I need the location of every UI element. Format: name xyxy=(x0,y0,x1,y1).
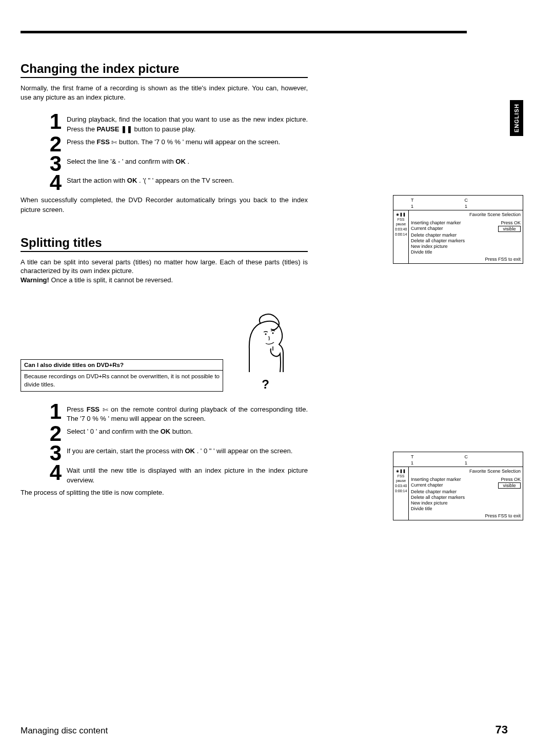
osd-line: Delete chapter marker xyxy=(411,232,521,238)
qbox-title: Can I also divide titles on DVD+Rs? xyxy=(21,360,223,371)
s2-step4-text: Wait until the new title is displayed wi… xyxy=(67,463,308,486)
step-number: 4 xyxy=(21,463,67,482)
osd-line: Divide title xyxy=(411,249,521,255)
qbox-wrap: Can I also divide titles on DVD+Rs? Beca… xyxy=(21,300,308,392)
step1-text: During playback, find the location that … xyxy=(67,112,308,134)
step-number: 2 xyxy=(21,134,67,154)
osd-1b: 1 xyxy=(465,204,467,209)
osd-headline: Favorite Scene Selection xyxy=(411,469,521,474)
txt: . ' 0 " ' will appear on the screen. xyxy=(197,447,293,455)
osd-body: ◉ ❚❚ FSS pause 0:03:40 0:00:14 Favorite … xyxy=(393,467,523,520)
osd-sub: 1 1 xyxy=(393,204,523,210)
txt: Once a title is split, it cannot be reve… xyxy=(51,276,173,284)
txt: Press the xyxy=(67,138,97,146)
step-row: 1 Press FSS ✄ on the remote control duri… xyxy=(21,402,308,424)
osd-line: Divide title xyxy=(411,506,521,511)
txt: Select ' 0 ' and confirm with the xyxy=(67,428,161,435)
osd-c: C xyxy=(465,198,468,203)
top-rule xyxy=(21,31,467,33)
step-row: 4 Wait until the new title is displayed … xyxy=(21,463,308,486)
ok-label: OK xyxy=(185,447,195,455)
section2-steps: 1 Press FSS ✄ on the remote control duri… xyxy=(21,402,308,486)
step2-text: Press the FSS ✄ button. The '7 0 % % ' m… xyxy=(67,134,308,147)
osd-sub: 1 1 xyxy=(393,460,523,467)
section1-steps: 1 During playback, find the location tha… xyxy=(21,112,308,192)
pause-label: PAUSE ❚❚ xyxy=(97,125,132,133)
fss-label: FSS xyxy=(87,405,100,413)
osd-ic2: 0:03:40 xyxy=(395,483,407,488)
s2-step1-text: Press FSS ✄ on the remote control during… xyxy=(67,402,308,424)
section-splitting-titles: Splitting titles A title can be split in… xyxy=(21,236,308,498)
txt: button. xyxy=(172,428,193,435)
step-row: 1 During playback, find the location tha… xyxy=(21,112,308,134)
section1-intro: Normally, the first frame of a recording… xyxy=(21,84,308,102)
section-changing-index: Changing the index picture Normally, the… xyxy=(21,62,308,215)
osd-line: Current chaptervisible xyxy=(411,226,521,232)
txt: button. The '7 0 % % ' menu will appear … xyxy=(119,138,280,146)
s2-step2-text: Select ' 0 ' and confirm with the OK but… xyxy=(67,424,308,437)
scissor-icon: ✄ xyxy=(111,138,117,148)
osd-headline: Favorite Scene Selection xyxy=(411,212,521,217)
osd-1a: 1 xyxy=(411,460,413,466)
step-number: 4 xyxy=(21,173,67,192)
osd-top: T C xyxy=(393,452,523,460)
osd-ic3: 0:00:14 xyxy=(395,232,407,237)
osd-rightcol: Favorite Scene Selection Inserting chapt… xyxy=(409,467,523,520)
osd-ic1: FSS pause xyxy=(395,474,407,483)
osd-line: Delete all chapter markers xyxy=(411,238,521,243)
step-row: 2 Select ' 0 ' and confirm with the OK b… xyxy=(21,424,308,443)
osd-top: T C xyxy=(393,196,523,204)
qmark-col: ? xyxy=(223,300,308,392)
txt: button to pause play. xyxy=(134,125,196,133)
scissor-icon: ✄ xyxy=(103,405,108,415)
play-pause-icons: ◉ ❚❚ xyxy=(395,212,407,217)
page-footer: Managing disc content 73 xyxy=(21,723,508,736)
pause-icon: ❚❚ xyxy=(121,125,132,133)
osd-line: New index picture xyxy=(411,500,521,506)
section1-after: When successfully completed, the DVD Rec… xyxy=(21,196,308,215)
osd-1a: 1 xyxy=(411,204,413,209)
step4-text: Start the action with OK . '( " ' appear… xyxy=(67,173,308,186)
osd-line: Inserting chapter markerPress OK xyxy=(411,220,521,225)
step-number: 1 xyxy=(21,112,67,131)
section1-title: Changing the index picture xyxy=(21,62,308,78)
language-tab: ENGLISH xyxy=(510,100,523,136)
osd-rightcol: Favorite Scene Selection Inserting chapt… xyxy=(409,210,523,263)
section2-after: The process of splitting the title is no… xyxy=(21,488,308,498)
osd-ic3: 0:00:14 xyxy=(395,489,407,493)
osd-panel-1: T C 1 1 ◉ ❚❚ FSS pause 0:03:40 0:00:14 F… xyxy=(393,195,523,264)
s2-step3-text: If you are certain, start the process wi… xyxy=(67,443,308,456)
footer-page-number: 73 xyxy=(496,723,508,736)
osd-t: T xyxy=(411,198,414,203)
osd-line: Inserting chapter markerPress OK xyxy=(411,477,521,482)
txt: If you are certain, start the process wi… xyxy=(67,447,185,455)
osd-leftcol: ◉ ❚❚ FSS pause 0:03:40 0:00:14 xyxy=(393,210,409,263)
warning-label: Warning! xyxy=(21,276,49,284)
osd-t: T xyxy=(411,454,414,459)
osd-ic2: 0:03:40 xyxy=(395,227,407,231)
ok-label: OK xyxy=(175,158,186,165)
osd-footer: Press FSS to exit xyxy=(411,257,521,262)
txt: Select the line '& - ' and confirm with xyxy=(67,158,175,165)
osd-ic1: FSS pause xyxy=(395,217,407,226)
qbox-body: Because recordings on DVD+Rs cannot be o… xyxy=(21,371,223,391)
thinking-man-illustration xyxy=(240,300,291,372)
osd-line: Current chaptervisible xyxy=(411,482,521,489)
osd-panel-2: T C 1 1 ◉ ❚❚ FSS pause 0:03:40 0:00:14 F… xyxy=(393,452,523,520)
step3-text: Select the line '& - ' and confirm with … xyxy=(67,154,308,167)
step-row: 3 If you are certain, start the process … xyxy=(21,443,308,463)
section2-title: Splitting titles xyxy=(21,236,308,252)
txt: . xyxy=(187,158,189,165)
svg-point-0 xyxy=(265,333,266,335)
fss-label: FSS xyxy=(97,138,110,146)
svg-point-1 xyxy=(272,332,273,334)
osd-1b: 1 xyxy=(465,460,467,466)
txt: . '( " ' appears on the TV screen. xyxy=(139,177,234,184)
question-box: Can I also divide titles on DVD+Rs? Beca… xyxy=(21,359,223,391)
ok-label: OK xyxy=(161,428,171,435)
osd-line: New index picture xyxy=(411,244,521,249)
step-number: 1 xyxy=(21,402,67,421)
play-pause-icons: ◉ ❚❚ xyxy=(395,469,407,473)
footer-left: Managing disc content xyxy=(21,726,108,736)
question-mark-icon: ? xyxy=(223,377,308,392)
